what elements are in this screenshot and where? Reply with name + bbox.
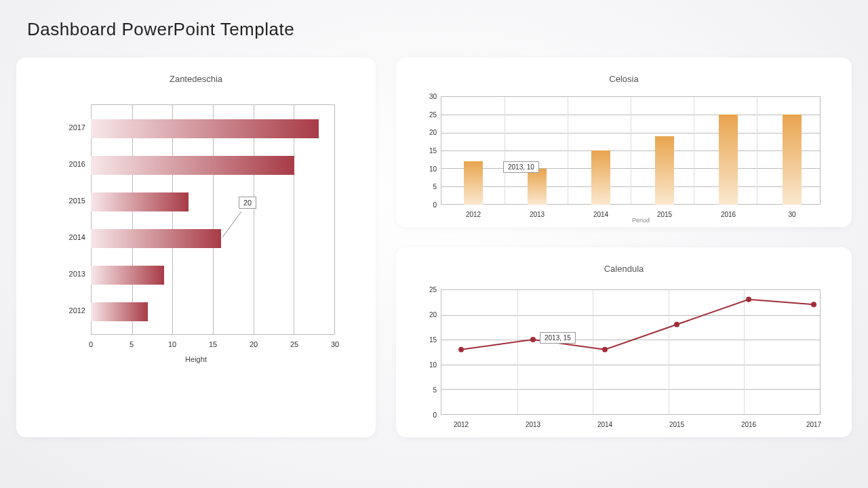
callout-leader-icon — [221, 211, 248, 239]
x-axis-title: Height — [185, 355, 207, 363]
ylabel: 5 — [420, 386, 437, 394]
chart-title: Zantedeschia — [31, 74, 361, 84]
ylabel: 30 — [420, 93, 437, 100]
xlabel: 2016 — [741, 421, 756, 428]
bar-2016 — [91, 156, 294, 175]
line-chart: 25 20 15 10 5 0 2012 2013 2014 2015 2016… — [420, 286, 827, 435]
ylabel: 15 — [420, 147, 437, 155]
bar-2016 — [719, 115, 738, 205]
xlabel: 2012 — [466, 211, 481, 218]
hbar-chart: 2017 2016 2015 2014 2013 2012 0 5 10 15 … — [57, 104, 335, 375]
xlabel: 2017 — [806, 421, 821, 428]
xlabel: 2013 — [530, 211, 545, 218]
callout: 2013, 15 — [540, 332, 576, 344]
xlabel: 20 — [250, 340, 258, 348]
xlabel: 2015 — [669, 421, 684, 428]
ylabel: 20 — [420, 129, 437, 136]
ylabel: 0 — [420, 201, 437, 209]
ylabel: 2014 — [57, 233, 85, 241]
bar-2017 — [91, 119, 319, 138]
chart-title: Celosia — [411, 74, 837, 84]
bar-2012 — [91, 302, 148, 321]
bar-2015 — [91, 192, 189, 211]
xlabel: 2016 — [721, 211, 736, 218]
card-zantedeschia: Zantedeschia 2017 2016 2015 2014 2013 — [16, 58, 376, 437]
xlabel: 15 — [209, 340, 217, 348]
grid — [91, 104, 335, 335]
xlabel: 10 — [168, 340, 176, 348]
xlabel: 2012 — [454, 421, 469, 428]
card-calendula: Calendula 25 20 15 10 5 0 2012 2013 2014… — [396, 247, 852, 437]
xlabel: 2014 — [593, 211, 608, 218]
bar-2014 — [91, 229, 221, 248]
svg-point-1 — [458, 347, 464, 352]
ylabel: 2012 — [57, 306, 85, 314]
ylabel: 20 — [420, 311, 437, 319]
x-axis-title: Period — [632, 217, 650, 224]
xlabel: 30 — [788, 211, 795, 218]
svg-point-2 — [530, 337, 536, 342]
callout: 20 — [239, 197, 256, 209]
ylabel: 15 — [420, 336, 437, 344]
chart-title: Calendula — [411, 264, 837, 274]
ylabel: 10 — [420, 361, 437, 369]
xlabel: 25 — [290, 340, 298, 348]
bar-2015 — [655, 136, 674, 205]
bar-2014 — [591, 150, 610, 205]
page-title: Dashboard PowerPoint Template — [27, 19, 841, 40]
page-header: Dashboard PowerPoint Template — [0, 0, 868, 51]
line-path — [441, 289, 821, 415]
bar-2013 — [528, 169, 547, 205]
svg-line-0 — [222, 211, 241, 237]
xlabel: 2013 — [526, 421, 540, 428]
card-celosia: Celosia 30 25 20 15 10 5 0 — [396, 58, 852, 227]
ylabel: 2013 — [57, 270, 85, 278]
xlabel: 0 — [89, 340, 93, 348]
grid — [441, 96, 821, 205]
ylabel: 2016 — [57, 160, 85, 168]
bar-2012 — [464, 161, 483, 205]
vbar-chart: 30 25 20 15 10 5 0 2012 2013 2014 2015 2… — [420, 96, 827, 225]
ylabel: 5 — [420, 183, 437, 190]
callout: 2013, 10 — [503, 161, 539, 173]
ylabel: 2017 — [57, 123, 85, 131]
svg-point-4 — [674, 322, 679, 327]
ylabel: 0 — [420, 411, 437, 419]
ylabel: 2015 — [57, 197, 85, 205]
ylabel: 10 — [420, 165, 437, 172]
svg-point-5 — [746, 297, 751, 302]
svg-point-3 — [602, 347, 608, 352]
bar-2013 — [91, 266, 164, 285]
ylabel: 25 — [420, 286, 437, 293]
ylabel: 25 — [420, 110, 437, 118]
xlabel: 30 — [331, 340, 339, 348]
xlabel: 2014 — [597, 421, 612, 428]
dashboard: Zantedeschia 2017 2016 2015 2014 2013 — [0, 51, 868, 451]
svg-point-6 — [811, 302, 816, 307]
bar-30 — [783, 115, 802, 205]
xlabel: 2015 — [657, 211, 672, 218]
xlabel: 5 — [130, 340, 134, 348]
